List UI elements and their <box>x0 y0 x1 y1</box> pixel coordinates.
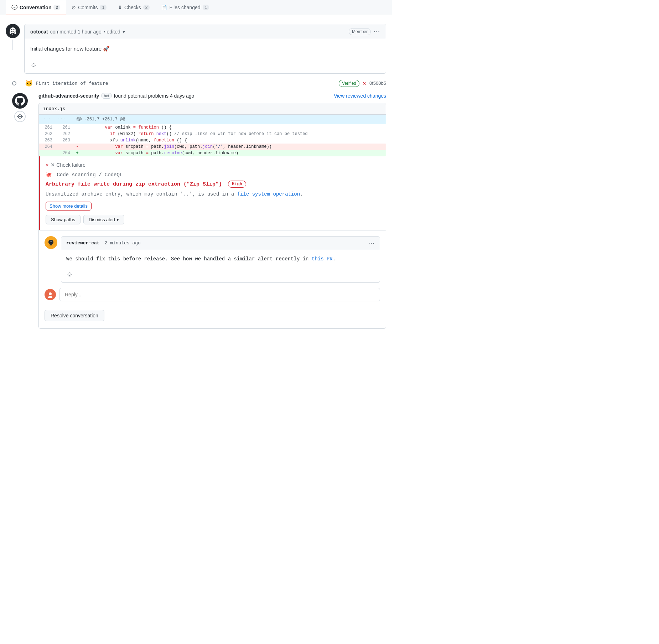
conversation-icon: 💬 <box>11 5 17 10</box>
reviewer-comment-row: reviewer-cat 2 minutes ago ··· We should… <box>45 236 380 283</box>
review-content: github-advanced-security bot found poten… <box>38 93 386 329</box>
reviewer-comment-meta: reviewer-cat 2 minutes ago <box>66 240 141 246</box>
comment-body: Initial changes for new feature 🚀 <box>25 39 386 59</box>
add-reaction-button[interactable]: ☺ <box>30 62 37 69</box>
dismiss-chevron-icon: ▾ <box>116 217 119 222</box>
comment-text: Initial changes for new feature 🚀 <box>30 45 380 53</box>
verified-badge: Verified <box>339 80 359 87</box>
check-failure-label: ✕ Check failure <box>51 162 85 168</box>
commit-hash[interactable]: 0f500b5 <box>369 80 386 86</box>
reviewer-reactions: ☺ <box>61 268 380 282</box>
comment-reactions: ☺ <box>25 59 386 73</box>
tab-commits[interactable]: ⊙ Commits 1 <box>66 0 112 15</box>
diff-header-text: @@ -261,7 +261,7 @@ <box>77 117 125 122</box>
edit-chevron-icon[interactable]: ▾ <box>123 29 125 35</box>
review-description: found potential problems 4 days ago <box>114 93 194 99</box>
member-badge: Member <box>349 28 371 35</box>
code-line-261: 261 261 var onlink = function () { <box>39 124 386 131</box>
this-pr-link[interactable]: this PR <box>312 256 333 262</box>
reviewer-cat-avatar <box>45 236 57 249</box>
comment-options-button[interactable]: ··· <box>374 28 380 35</box>
alert-title-text: Arbitrary file write during zip extracti… <box>46 181 222 187</box>
commit-row: 🐱 First iteration of feature Verified ✕ … <box>6 79 386 87</box>
reply-section <box>45 288 380 301</box>
bot-name: github-advanced-security <box>38 93 99 99</box>
eye-icon[interactable] <box>14 111 26 122</box>
tab-files-changed-label: Files changed <box>169 5 200 10</box>
show-more-details-button[interactable]: Show more details <box>46 202 92 211</box>
files-changed-icon: 📄 <box>161 5 167 10</box>
reviewer-comment-body: We should fix this before release. See h… <box>61 250 380 268</box>
code-line-264-added: 264 + var srcpath = path.resolve(cwd, he… <box>39 150 386 156</box>
timeline-line-1 <box>12 40 13 50</box>
code-line-264-removed: 264 - var srcpath = path.join(cwd, path.… <box>39 144 386 150</box>
reviewer-comment-header: reviewer-cat 2 minutes ago ··· <box>61 237 380 250</box>
github-logo-avatar <box>12 93 28 109</box>
checks-icon: ⬇ <box>118 5 122 10</box>
check-subheader: Code scanning / CodeQL <box>57 172 123 178</box>
tab-conversation-badge: 2 <box>53 5 60 10</box>
file-system-link[interactable]: file system operation <box>237 191 300 197</box>
alert-description: Unsanitized archive entry, which may con… <box>46 191 380 198</box>
review-header-left: github-advanced-security bot found poten… <box>38 93 194 99</box>
reviewer-time: 2 minutes ago <box>104 240 140 246</box>
octocat-avatar <box>6 24 20 38</box>
svg-point-3 <box>14 29 15 30</box>
code-line-262: 262 262 if (win32) return next() // skip… <box>39 131 386 137</box>
show-paths-button[interactable]: Show paths <box>46 215 81 224</box>
tab-files-changed-badge: 1 <box>203 5 209 10</box>
tab-files-changed[interactable]: 📄 Files changed 1 <box>155 0 215 15</box>
resolve-conversation-button[interactable]: Resolve conversation <box>45 310 104 321</box>
view-reviewed-changes-link[interactable]: View reviewed changes <box>334 93 386 99</box>
reviewer-comment-box: reviewer-cat 2 minutes ago ··· We should… <box>61 236 380 283</box>
svg-point-8 <box>49 292 52 295</box>
resolve-section: Resolve conversation <box>45 306 380 323</box>
commit-dot <box>12 81 16 85</box>
code-line-263: 263 263 xfs.unlink(name, function () { <box>39 137 386 144</box>
tab-checks-badge: 2 <box>143 5 150 10</box>
bot-badge: bot <box>101 93 111 99</box>
alert-desc-prefix: Unsanitized archive entry, which may con… <box>46 191 234 197</box>
comment-header-left: octocat commented 1 hour ago • edited ▾ <box>30 29 125 35</box>
check-failure-section: ✕ ✕ Check failure 🐙 Code scanning / Code… <box>39 156 386 230</box>
x-failure-icon: ✕ <box>46 162 48 168</box>
commit-cat-icon: 🐱 <box>25 79 33 87</box>
diff-header: ··· ··· @@ -261,7 +261,7 @@ <box>39 115 386 124</box>
code-file-header: index.js <box>39 103 386 115</box>
svg-point-1 <box>10 27 16 33</box>
tab-conversation-label: Conversation <box>20 5 51 10</box>
alert-title: Arbitrary file write during zip extracti… <box>46 181 380 188</box>
tab-commits-label: Commits <box>78 5 98 10</box>
octocat-comment-box: octocat commented 1 hour ago • edited ▾ … <box>24 24 386 74</box>
reviewer-add-reaction-button[interactable]: ☺ <box>66 271 73 278</box>
reply-avatar <box>45 289 56 300</box>
tab-checks[interactable]: ⬇ Checks 2 <box>112 0 155 15</box>
svg-point-2 <box>11 29 12 30</box>
first-comment-section: octocat commented 1 hour ago • edited ▾ … <box>6 24 386 74</box>
reviewer-body-suffix: . <box>333 256 336 262</box>
reviewer-comment-options-button[interactable]: ··· <box>368 239 375 247</box>
dismiss-alert-button[interactable]: Dismiss alert ▾ <box>83 215 124 224</box>
commit-info: 🐱 First iteration of feature Verified ✕ … <box>22 79 386 87</box>
tabs-bar: 💬 Conversation 2 ⊙ Commits 1 ⬇ Checks 2 … <box>0 0 392 15</box>
dismiss-alert-label: Dismiss alert <box>89 217 115 222</box>
comment-edited: • edited <box>104 29 120 35</box>
svg-point-5 <box>50 242 51 242</box>
comment-author: octocat <box>30 29 48 35</box>
reviewer-author: reviewer-cat <box>66 240 100 246</box>
reviewer-body-prefix: We should fix this before release. See h… <box>66 256 309 262</box>
comment-header: octocat commented 1 hour ago • edited ▾ … <box>25 24 386 39</box>
action-buttons: Show paths Dismiss alert ▾ <box>46 215 380 224</box>
tab-commits-badge: 1 <box>100 5 107 10</box>
svg-point-6 <box>51 242 52 242</box>
commit-x-icon: ✕ <box>362 80 367 86</box>
code-block: index.js ··· ··· @@ -261,7 +261,7 @@ 261… <box>38 103 386 329</box>
reply-input[interactable] <box>59 288 380 301</box>
alert-desc-suffix: . <box>300 191 303 197</box>
commits-icon: ⊙ <box>72 5 76 10</box>
tab-checks-label: Checks <box>124 5 141 10</box>
reviewer-comment-section: reviewer-cat 2 minutes ago ··· We should… <box>39 230 386 328</box>
check-title: 🐙 Code scanning / CodeQL <box>46 172 380 178</box>
commit-message: First iteration of feature <box>36 80 108 86</box>
tab-conversation[interactable]: 💬 Conversation 2 <box>6 0 66 15</box>
